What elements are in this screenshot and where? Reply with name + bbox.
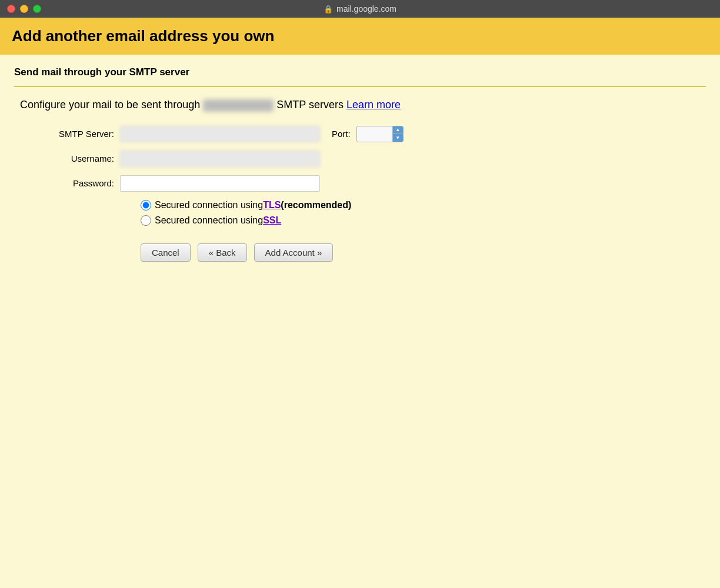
cancel-button[interactable]: Cancel (141, 243, 191, 262)
port-group: Port: ▲ ▼ (332, 126, 404, 142)
form-area: SMTP Server: Port: ▲ ▼ Username: Passwor… (14, 126, 706, 262)
section-title: Send mail through your SMTP server (14, 66, 706, 78)
password-input[interactable] (120, 175, 320, 192)
configure-text: Configure your mail to be sent through S… (14, 99, 706, 112)
page-title: Add another email address you own (12, 27, 708, 45)
configure-text-before: Configure your mail to be sent through (20, 99, 200, 111)
button-row: Cancel « Back Add Account » (38, 243, 706, 262)
lock-icon: 🔒 (324, 5, 333, 14)
username-row: Username: (38, 151, 706, 167)
traffic-lights (7, 5, 41, 13)
configure-text-after: SMTP servers (276, 99, 346, 111)
ssl-radio-row: Secured connection using SSL (141, 215, 706, 226)
ssl-radio[interactable] (141, 215, 151, 226)
password-row: Password: (38, 175, 706, 192)
page-header: Add another email address you own (0, 18, 720, 55)
maximize-button[interactable] (33, 5, 41, 13)
blurred-domain (203, 99, 274, 112)
password-label: Password: (38, 178, 114, 188)
main-content: Send mail through your SMTP server Confi… (0, 55, 720, 588)
close-button[interactable] (7, 5, 15, 13)
section-divider (14, 86, 706, 87)
url-bar: 🔒 mail.google.com (324, 4, 396, 14)
port-increment-button[interactable]: ▲ (393, 126, 403, 135)
minimize-button[interactable] (20, 5, 28, 13)
port-label: Port: (332, 129, 351, 139)
username-label: Username: (38, 153, 114, 163)
radio-group: Secured connection using TLS (recommende… (38, 200, 706, 226)
port-input-wrapper: ▲ ▼ (356, 126, 404, 142)
port-spinner: ▲ ▼ (392, 126, 403, 142)
tls-label-after: (recommended) (281, 200, 351, 211)
port-input[interactable] (357, 126, 392, 142)
title-bar: 🔒 mail.google.com (0, 0, 720, 18)
smtp-row: SMTP Server: Port: ▲ ▼ (38, 126, 706, 142)
tls-radio[interactable] (141, 200, 151, 211)
smtp-server-input[interactable] (120, 126, 320, 142)
add-account-button[interactable]: Add Account » (254, 243, 334, 262)
learn-more-link[interactable]: Learn more (346, 99, 401, 111)
port-decrement-button[interactable]: ▼ (393, 134, 403, 142)
tls-radio-row: Secured connection using TLS (recommende… (141, 200, 706, 211)
smtp-label: SMTP Server: (38, 129, 114, 139)
tls-link[interactable]: TLS (263, 200, 281, 211)
url-text: mail.google.com (336, 4, 396, 14)
ssl-label-before: Secured connection using (155, 215, 263, 226)
tls-label-before: Secured connection using (155, 200, 263, 211)
ssl-link[interactable]: SSL (263, 215, 281, 226)
username-input[interactable] (120, 151, 320, 167)
back-button[interactable]: « Back (198, 243, 247, 262)
